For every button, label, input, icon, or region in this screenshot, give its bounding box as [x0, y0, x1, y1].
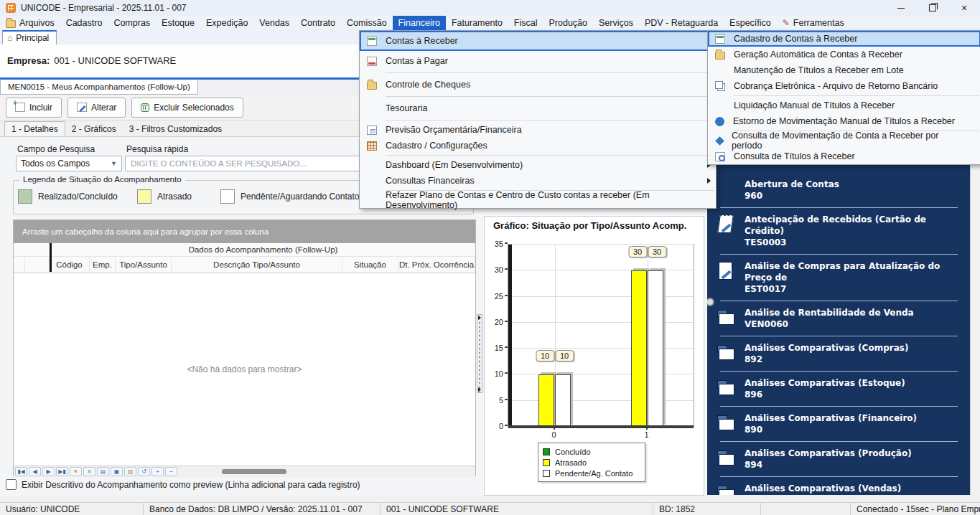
panel-splitter-handle[interactable] — [477, 314, 482, 393]
menubar-item-financeiro[interactable]: Financeiro — [393, 16, 446, 30]
doc-search-icon — [715, 152, 725, 161]
menu-item-dashboard-em-desenvolvimento[interactable]: Dashboard (Em Desenvolvimento) — [360, 157, 716, 173]
fixed-column-divider[interactable] — [50, 243, 52, 272]
navigator-filter-button[interactable]: ▼ — [70, 467, 82, 476]
menubar-item-label: Estoque — [162, 18, 195, 28]
campo-pesquisa-select[interactable]: Todos os Campos ▼ — [16, 156, 122, 171]
status-section-usu-rio: Usuário: UNICODE — [0, 503, 144, 515]
y-axis-tick — [505, 295, 508, 296]
menu-item-consulta-de-t-tulos-receber[interactable]: Consulta de Títulos à Receber — [708, 148, 980, 164]
incluir-button[interactable]: Incluir — [6, 98, 62, 118]
value-labels: 1010 — [536, 350, 574, 362]
excluir-selecionados-button[interactable]: Excluir Selecionados — [131, 98, 243, 118]
menu-item-refazer-plano-de-contas-e-centro-de-custo-contas-a-receber-em-desenvolvimento[interactable]: Refazer Plano de Contas e Centro de Cust… — [360, 192, 716, 208]
tab-1-detalhes[interactable]: 1 - Detalhes — [4, 121, 65, 136]
menubar-item-label: Produção — [549, 18, 588, 28]
navigator-open-button[interactable]: ▨ — [124, 467, 136, 476]
x-axis-label: 0 — [551, 430, 556, 439]
menubar-item-produ-o[interactable]: Produção — [543, 16, 594, 30]
menu-item-contas-pagar[interactable]: Contas à Pagar — [360, 51, 716, 71]
menubar-item-label: Vendas — [259, 18, 289, 28]
group-by-hint[interactable]: Arraste um cabeçalho da coluna aqui para… — [14, 220, 475, 243]
navigator-collapse-button[interactable]: − — [165, 467, 177, 476]
menu-item-estorno-de-movimenta-o-manual-de-t-tulos-a-receber[interactable]: Estorno de Movimentação Manual de Título… — [708, 113, 980, 129]
menubar-item-comiss-o[interactable]: Comissão — [341, 16, 393, 30]
sidebar-item-title: Análise de Compras para Atualização do P… — [745, 260, 968, 283]
menu-item-cadastro-configura-es[interactable]: Cadastro / Configurações — [360, 138, 716, 153]
menubar-item-fiscal[interactable]: Fiscal — [508, 16, 543, 30]
menubar-item-label: Expedição — [206, 18, 248, 28]
menubar-item-cadastro[interactable]: Cadastro — [60, 16, 108, 30]
menubar-item-arquivos[interactable]: Arquivos — [0, 16, 60, 30]
menubar-item-pdv-retaguarda[interactable]: PDV - Retaguarda — [639, 16, 724, 30]
menubar: ArquivosCadastroComprasEstoqueExpediçãoV… — [0, 16, 980, 30]
tab-2-gr-ficos[interactable]: 2 - Gráficos — [65, 121, 123, 136]
sidebar-item-an-lises-comparativas-estoque[interactable]: Análises Comparativas (Estoque)896 — [707, 373, 971, 405]
menu-item-contas-receber[interactable]: Contas à Receber — [360, 31, 716, 51]
sidebar-item-antecipa-o-de-recebidos-cart-o-de-cr-dito[interactable]: Antecipação de Recebidos (Cartão de Créd… — [707, 209, 971, 252]
sidebar-item-an-lises-comparativas-compras[interactable]: Análises Comparativas (Compras)892 — [707, 338, 971, 369]
navigator-next-button[interactable]: ▶ — [42, 467, 55, 476]
tab-principal[interactable]: ⌂ Principal — [2, 30, 57, 44]
sidebar-item-abertura-de-contas[interactable]: Abertura de Contas960 — [707, 174, 971, 206]
preview-checkbox[interactable] — [6, 479, 17, 490]
incluir-label: Incluir — [29, 103, 52, 113]
navigator-tree-button[interactable]: ▤ — [97, 467, 109, 476]
chart-legend-swatch — [543, 470, 550, 477]
menu-item-cadastro-de-contas-receber[interactable]: Cadastro de Contas à Receber — [708, 31, 980, 47]
sidebar-divider — [720, 207, 958, 208]
sidebar-item-an-lises-comparativas-produ-o[interactable]: Análises Comparativas (Produção)894 — [707, 443, 971, 475]
menubar-item-vendas[interactable]: Vendas — [253, 16, 295, 30]
menu-item-controle-de-cheques[interactable]: Controle de Cheques — [360, 75, 716, 95]
menubar-item-estoque[interactable]: Estoque — [156, 16, 200, 30]
menu-item-gera-o-autom-tica-de-contas-receber[interactable]: Geração Automática de Contas à Receber — [708, 47, 980, 62]
navigator-last-button[interactable]: ▶▮ — [56, 467, 68, 476]
alterar-button[interactable]: Alterar — [67, 98, 126, 118]
y-axis-label: 35 — [485, 240, 503, 248]
column-header-dt-pr-x-ocorr-ncia[interactable]: Dt. Próx. Ocorrência — [398, 257, 475, 273]
sidebar-item-an-lise-de-rentabilidade-de-venda[interactable]: Análise de Rentabilidade de VendaVEN0060 — [707, 303, 971, 334]
column-header-c-digo[interactable]: Código — [50, 257, 90, 273]
menu-item-cobran-a-eletr-nica-arquivo-de-retorno-banc-rio[interactable]: Cobrança Eletrônica - Arquivo de Retorno… — [708, 78, 980, 94]
sidebar-item-an-lise-de-compras-para-atualiza-o-do-pre-o-de[interactable]: Análise de Compras para Atualização do P… — [707, 256, 971, 299]
menubar-item-contrato[interactable]: Contrato — [295, 16, 341, 30]
navigator-first-button[interactable]: ▮◀ — [15, 467, 27, 476]
menu-item-tesouraria[interactable]: Tesouraria — [360, 98, 716, 118]
menu-item-consultas-financeiras[interactable]: Consultas Financeiras — [360, 173, 716, 189]
column-header-descri-o-tipo-assunto[interactable]: Descrição Tipo/Assunto — [172, 257, 342, 273]
menu-item-label: Geração Automática de Contas à Receber — [734, 49, 902, 60]
close-button[interactable]: × — [948, 0, 980, 16]
menu-item-manuten-o-de-t-tulos-a-receber-em-lote[interactable]: Manutenção de Títulos a Receber em Lote — [708, 62, 980, 78]
doc-green-icon — [367, 37, 377, 46]
menubar-item-expedi-o[interactable]: Expedição — [200, 16, 253, 30]
sidebar-item-an-lises-comparativas-financeiro[interactable]: Análises Comparativas (Financeiro)890 — [707, 408, 971, 440]
sidebar-item-an-lises-comparativas-vendas[interactable]: Análises Comparativas (Vendas)888 — [707, 478, 971, 495]
sidebar-item-title: Análises Comparativas (Produção) — [745, 448, 912, 459]
tab-3-filtros-customizados[interactable]: 3 - Filtros Customizados — [123, 121, 228, 136]
tab-men0015-followup[interactable]: MEN0015 - Meus Acompanhamentos (Follow-U… — [0, 80, 198, 95]
menubar-item-compras[interactable]: Compras — [108, 16, 156, 30]
menu-item-liquida-o-manual-de-t-tulos-receber[interactable]: Liquidação Manual de Títulos à Receber — [708, 98, 980, 113]
legend-item-pend-nte-aguardando-contato: Pendênte/Aguardando Contato — [220, 189, 359, 204]
column-header-tipo-assunto[interactable]: Tipo/Assunto — [116, 257, 172, 273]
menubar-item-servi-os[interactable]: Serviços — [593, 16, 639, 30]
column-header-emp[interactable]: Emp. — [90, 257, 116, 273]
menu-item-previs-o-or-ament-ria-financeira[interactable]: Previsão Orçamentária/Financeira — [360, 122, 716, 138]
minimize-button[interactable] — [885, 0, 917, 16]
horizontal-scrollbar-thumb[interactable] — [222, 469, 286, 474]
menubar-item-ferramentas[interactable]: ✎Ferramentas — [777, 16, 850, 30]
navigator-save-button[interactable]: ▣ — [111, 467, 123, 476]
navigator-expand-button[interactable]: + — [151, 467, 164, 476]
column-header-situa-o[interactable]: Situação — [342, 257, 398, 273]
menubar-item-espec-fico[interactable]: Específico — [724, 16, 777, 30]
app-logo-icon — [6, 3, 16, 13]
navigator-refresh-button[interactable]: ↺ — [138, 467, 150, 476]
navigator-clear-button[interactable]: X — [83, 467, 95, 476]
menu-item-consulta-de-movimenta-o-de-conta-a-receber-por-per-odo[interactable]: Consulta de Movimentação de Conta a Rece… — [708, 133, 980, 148]
menubar-item-label: Contrato — [301, 18, 335, 28]
navigator-prev-button[interactable]: ◀ — [29, 467, 41, 476]
y-axis-tick — [505, 399, 508, 400]
menubar-item-faturamento[interactable]: Faturamento — [446, 16, 508, 30]
chart-title: Gráfico: Situação por Tipo/Assunto Acomp… — [493, 220, 686, 231]
restore-button[interactable] — [917, 0, 948, 16]
